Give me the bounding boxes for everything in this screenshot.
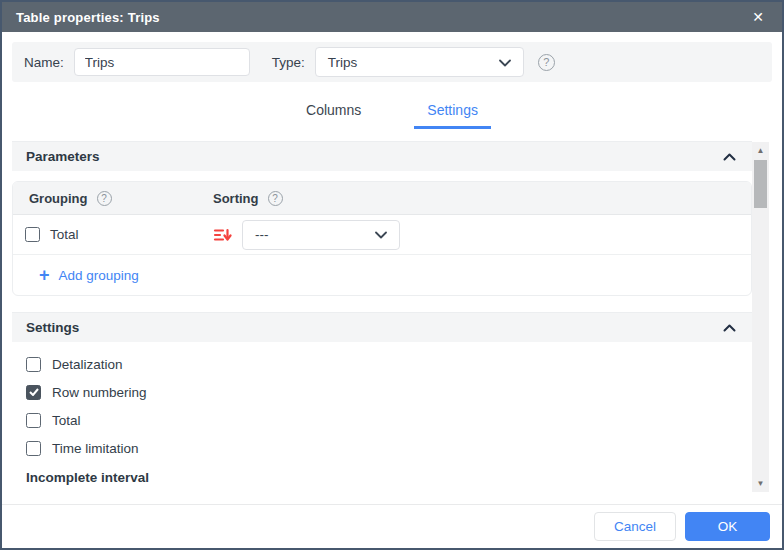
sorting-help-icon[interactable]: ? [268,191,283,206]
chevron-down-icon [499,55,511,70]
type-label: Type: [272,55,305,70]
close-icon[interactable]: ✕ [748,8,768,26]
sorting-select[interactable]: --- [242,220,400,250]
checkbox-row-time-limitation: Time limitation [26,434,752,462]
scrollbar-thumb[interactable] [754,160,767,208]
scroll-content: Parameters Grouping ? Sorting ? [12,141,752,485]
tab-bar: Columns Settings [2,96,782,129]
settings-checkbox-list: Detalization Row numbering Total Time li… [12,342,752,462]
incomplete-interval-heading: Incomplete interval [12,462,752,485]
type-help-icon[interactable]: ? [538,54,555,71]
chevron-down-icon [375,227,387,242]
grouping-table: Grouping ? Sorting ? Total [12,181,752,296]
settings-section-header[interactable]: Settings [12,312,752,342]
parameters-section-title: Parameters [26,149,100,164]
add-grouping-button[interactable]: + Add grouping [13,255,751,295]
chevron-up-icon[interactable] [721,151,738,163]
dialog-titlebar: Table properties: Trips ✕ [2,2,782,32]
checkbox-row-total: Total [26,406,752,434]
type-select[interactable]: Trips [315,47,524,77]
plus-icon: + [39,266,50,284]
detalization-label: Detalization [52,357,123,372]
time-limitation-label: Time limitation [52,441,139,456]
checkbox-row-row-numbering: Row numbering [26,378,752,406]
dialog-title: Table properties: Trips [16,10,160,25]
cancel-button[interactable]: Cancel [594,512,676,541]
vertical-scrollbar[interactable]: ▲ ▼ [752,142,769,492]
parameters-section-header[interactable]: Parameters [12,141,752,171]
tab-settings[interactable]: Settings [414,96,491,129]
time-limitation-checkbox[interactable] [26,441,41,456]
sorting-column-header: Sorting [213,191,259,206]
total-grouping-checkbox[interactable] [25,227,40,242]
name-input[interactable] [74,48,250,76]
grouping-table-header: Grouping ? Sorting ? [13,182,751,215]
scroll-down-icon[interactable]: ▼ [752,476,769,491]
detalization-checkbox[interactable] [26,357,41,372]
checkbox-row-detalization: Detalization [26,350,752,378]
grouping-help-icon[interactable]: ? [97,191,112,206]
tab-columns[interactable]: Columns [293,96,374,129]
sort-descending-icon[interactable] [213,226,232,244]
grouping-row-total: Total --- [13,215,751,255]
grouping-column-header: Grouping [29,191,88,206]
settings-section-title: Settings [26,320,79,335]
name-label: Name: [24,55,64,70]
add-grouping-label: Add grouping [59,268,139,283]
total-checkbox[interactable] [26,413,41,428]
grouping-row-label: Total [50,227,79,242]
sorting-select-value: --- [255,227,269,242]
total-label: Total [52,413,81,428]
row-numbering-label: Row numbering [52,385,147,400]
ok-button[interactable]: OK [685,512,770,541]
dialog-footer: Cancel OK [2,504,782,548]
chevron-up-icon[interactable] [721,322,738,334]
row-numbering-checkbox[interactable] [26,385,41,400]
name-type-bar: Name: Type: Trips ? [12,42,772,82]
type-select-value: Trips [328,55,358,70]
scroll-up-icon[interactable]: ▲ [752,143,769,158]
table-properties-dialog: Table properties: Trips ✕ Name: Type: Tr… [0,0,784,550]
